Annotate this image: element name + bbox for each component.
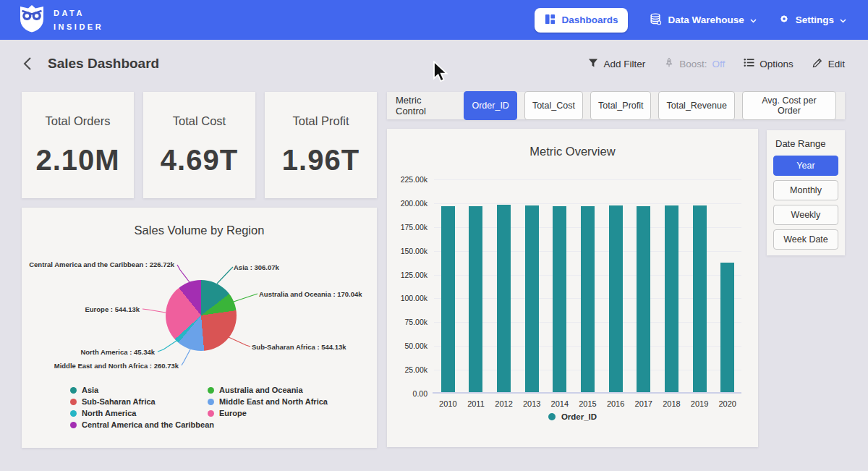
legend-dot [208, 387, 214, 394]
metric-option-total-profit[interactable]: Total_Profit [590, 91, 652, 120]
y-tick-label: 100.00k [387, 294, 427, 302]
bar-2016[interactable] [609, 205, 623, 392]
options-button[interactable]: Options [744, 58, 793, 69]
legend-label: Sub-Saharan Africa [82, 397, 156, 406]
pie-legend-sub-saharan-africa[interactable]: Sub-Saharan Africa [70, 397, 156, 406]
x-tick-label: 2010 [433, 399, 462, 408]
data-warehouse-label: Data Warehouse [668, 14, 744, 25]
legend-label: Europe [219, 409, 247, 417]
gridline [434, 203, 741, 204]
legend-label: Middle East and North Africa [219, 397, 328, 406]
back-button[interactable] [23, 56, 32, 71]
owl-logo-icon [19, 4, 45, 35]
y-tick-label: 25.00k [387, 365, 427, 374]
kpi-label: Total Profit [293, 114, 349, 128]
boost-toggle[interactable]: Boost: Off [664, 57, 725, 70]
pie-label-central-america-and-the-caribbean: Central America and the Caribbean : 226.… [29, 260, 174, 268]
dashboards-button[interactable]: Dashboards [535, 8, 628, 33]
legend-dot [70, 399, 77, 405]
x-tick-label: 2013 [517, 399, 546, 408]
edit-button[interactable]: Edit [812, 57, 845, 70]
legend-dot [208, 399, 214, 405]
metric-option-order-id[interactable]: Order_ID [464, 91, 516, 120]
kpi-card-total-profit: Total Profit 1.96T [265, 92, 377, 198]
metric-option-total-revenue[interactable]: Total_Revenue [658, 91, 734, 120]
bar-2015[interactable] [581, 206, 595, 392]
pie-label-australia-and-oceania: Australia and Oceania : 170.04k [259, 290, 362, 298]
pie-legend-europe[interactable]: Europe [208, 409, 247, 417]
bar-2011[interactable] [469, 206, 482, 392]
pie-label-europe: Europe : 544.13k [85, 305, 140, 313]
chevron-down-icon [750, 14, 757, 25]
pie-chart[interactable] [166, 280, 237, 351]
y-tick-label: 150.00k [387, 247, 427, 255]
rocket-icon [664, 57, 674, 70]
bar-2014[interactable] [553, 206, 566, 392]
pie-label-north-america: North America : 45.34k [80, 348, 155, 356]
x-tick-label: 2016 [601, 399, 630, 408]
page-header: Sales Dashboard Add Filter Boost: Off [0, 40, 868, 88]
date-range-option-week-date[interactable]: Week Date [773, 229, 838, 250]
brand[interactable]: DATA INSIDER [19, 4, 103, 35]
brand-line-2: INSIDER [54, 20, 103, 33]
pie-label-middle-east-and-north-africa: Middle East and North Africa : 260.73k [54, 362, 179, 370]
date-range-panel: Date Range YearMonthlyWeeklyWeek Date [767, 130, 845, 255]
add-filter-label: Add Filter [603, 59, 645, 69]
metric-option-avg-cost-per-order[interactable]: Avg. Cost per Order [742, 91, 836, 120]
date-range-option-year[interactable]: Year [773, 156, 838, 176]
boost-state: Off [712, 59, 725, 69]
bar-2017[interactable] [637, 206, 650, 392]
legend-label: Asia [82, 386, 98, 394]
edit-label: Edit [828, 59, 845, 69]
y-tick-label: 0.00 [387, 389, 427, 398]
bar-chart-legend[interactable]: Order_ID [387, 412, 758, 421]
legend-label: Order_ID [561, 412, 597, 421]
kpi-label: Total Orders [46, 114, 111, 128]
pie-legend-middle-east-and-north-africa[interactable]: Middle East and North Africa [208, 397, 328, 406]
bar-2019[interactable] [693, 205, 707, 392]
x-tick-label: 2012 [490, 399, 519, 408]
kpi-card-total-cost: Total Cost 4.69T [143, 92, 255, 198]
pie-chart-title: Sales Volume by Region [22, 224, 377, 237]
pie-label-asia: Asia : 306.07k [234, 263, 279, 271]
pie-legend-australia-and-oceania[interactable]: Australia and Oceania [208, 386, 303, 394]
bar-2012[interactable] [497, 205, 511, 392]
legend-dot [70, 410, 77, 417]
x-tick-label: 2018 [657, 399, 686, 408]
bar-2020[interactable] [720, 263, 734, 392]
dashboard-grid-icon [545, 14, 556, 27]
bar-2018[interactable] [665, 205, 678, 392]
metric-overview-chart-panel: Metric Overview 201020112012201320142015… [387, 129, 758, 447]
date-range-options: YearMonthlyWeeklyWeek Date [773, 156, 838, 250]
legend-label: Central America and the Caribbean [82, 420, 214, 429]
pie-legend-asia[interactable]: Asia [70, 386, 98, 394]
y-tick-label: 225.00k [387, 175, 427, 184]
y-tick-label: 175.00k [387, 223, 427, 232]
metric-control-bar: Metric Control Order_IDTotal_CostTotal_P… [387, 92, 845, 119]
bar-2013[interactable] [525, 205, 539, 392]
settings-menu[interactable]: Settings [778, 13, 846, 27]
date-range-option-monthly[interactable]: Monthly [773, 180, 838, 200]
boost-label: Boost: [679, 59, 707, 69]
pencil-icon [812, 57, 823, 70]
pie-legend-north-america[interactable]: North America [70, 409, 136, 417]
database-icon [650, 13, 662, 27]
bar-chart-plot: 2010201120122013201420152016201720182019… [434, 179, 741, 394]
bar-2010[interactable] [441, 206, 455, 392]
date-range-option-weekly[interactable]: Weekly [773, 205, 838, 225]
y-tick-label: 75.00k [387, 318, 427, 326]
page-title: Sales Dashboard [48, 56, 159, 72]
x-tick-label: 2019 [685, 399, 714, 408]
metric-option-total-cost[interactable]: Total_Cost [524, 91, 583, 120]
pie-legend-central-america-and-the-caribbean[interactable]: Central America and the Caribbean [70, 420, 214, 429]
data-warehouse-menu[interactable]: Data Warehouse [650, 13, 756, 27]
kpi-value: 1.96T [282, 144, 359, 177]
top-navbar: DATA INSIDER Dashboards Data Warehouse [0, 0, 868, 40]
legend-dot [70, 387, 77, 394]
legend-dot [70, 422, 77, 428]
add-filter-button[interactable]: Add Filter [588, 58, 645, 70]
legend-label: North America [82, 409, 136, 417]
options-label: Options [760, 59, 793, 69]
bar-chart-title: Metric Overview [387, 145, 758, 158]
x-axis-line [433, 392, 741, 394]
